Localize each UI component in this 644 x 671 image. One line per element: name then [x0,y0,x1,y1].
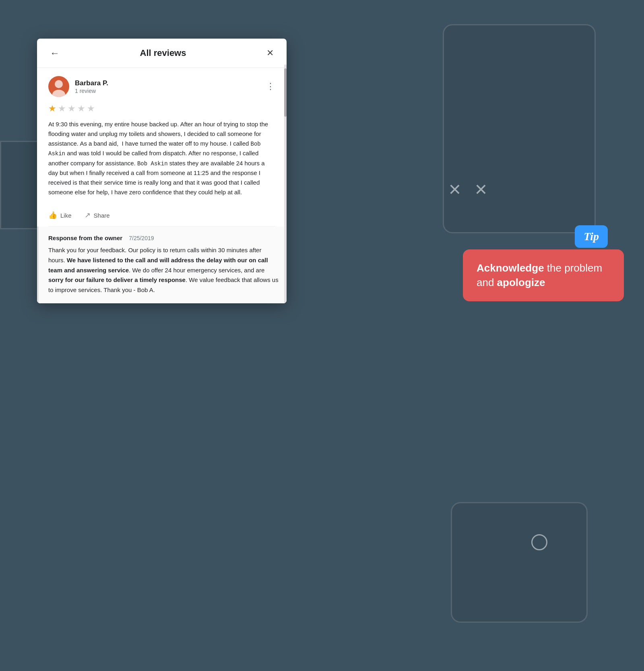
avatar [48,76,69,97]
reviewer-count: 1 review [75,88,108,94]
response-date: 7/25/2019 [129,235,154,241]
reviewer-details: Barbara P. 1 review [75,79,108,94]
review-text: At 9:30 this evening, my entire house ba… [48,119,275,197]
response-text-between: . We do offer 24 hour emergency services… [129,267,264,274]
circle-decoration [531,534,547,550]
tip-bubble: Acknowledge the problem and apologize [463,249,624,301]
star-1: ★ [48,103,56,114]
response-header: Response from the owner 7/25/2019 [48,235,279,241]
response-text: Thank you for your feedback. Our policy … [48,245,279,295]
like-icon: 👍 [48,211,57,220]
mention-2: Bob Askin [137,161,168,167]
response-label: Response from the owner [48,235,122,241]
review-modal: ← All reviews ✕ Barbara P. 1 review ⋮ [37,39,287,303]
like-button[interactable]: 👍 Like [48,209,72,221]
mention-1: Bob Askin [48,141,261,157]
star-rating: ★ ★ ★ ★ ★ [48,103,275,114]
tip-badge: Tip [575,225,608,248]
like-label: Like [60,212,72,219]
modal-title: All reviews [63,48,263,58]
review-body: Barbara P. 1 review ⋮ ★ ★ ★ ★ ★ At 9:30 … [37,68,287,226]
bg-decoration-rect-1 [443,24,596,233]
svg-point-0 [55,80,63,88]
reviewer-name: Barbara P. [75,79,108,88]
avatar-svg [48,76,69,97]
star-4: ★ [77,103,85,114]
scrollbar-thumb[interactable] [284,68,287,117]
review-actions: 👍 Like ↗ Share [48,204,275,226]
close-button[interactable]: ✕ [263,47,277,59]
modal-scrollbar[interactable] [284,64,287,303]
star-2: ★ [58,103,66,114]
response-bold2: sorry for our failure to deliver a timel… [48,276,186,283]
owner-response: Response from the owner 7/25/2019 Thank … [37,226,287,303]
modal-header: ← All reviews ✕ [37,39,287,68]
xx-decoration: × × [449,177,491,201]
tip-bold1: Acknowledge [477,262,544,274]
svg-point-1 [52,90,65,97]
bg-decoration-rect-2 [451,502,588,623]
more-options-icon[interactable]: ⋮ [266,81,275,92]
star-3: ★ [68,103,76,114]
share-icon: ↗ [85,211,91,220]
reviewer-left: Barbara P. 1 review [48,76,108,97]
reviewer-info: Barbara P. 1 review ⋮ [48,76,275,97]
share-button[interactable]: ↗ Share [85,209,110,221]
star-5: ★ [87,103,95,114]
back-button[interactable]: ← [47,47,63,60]
tip-bold2: apologize [497,276,545,288]
share-label: Share [94,212,110,219]
